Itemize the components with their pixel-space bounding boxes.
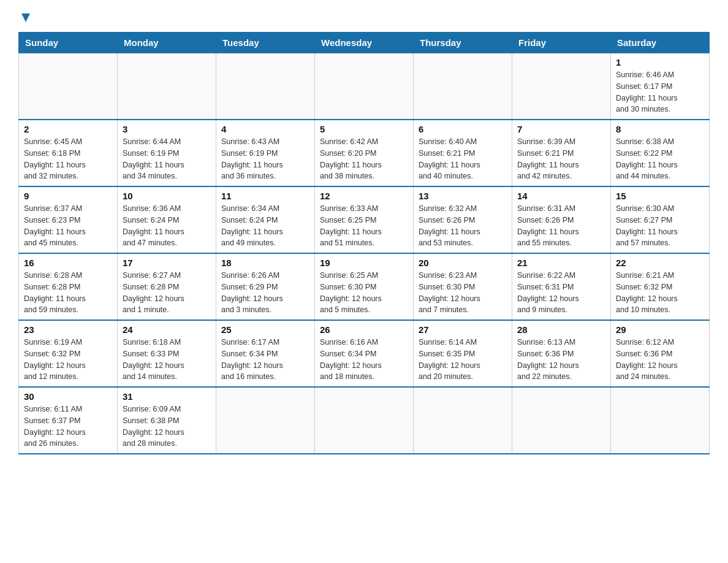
day-info: Sunrise: 6:45 AM Sunset: 6:18 PM Dayligh… (24, 136, 112, 182)
calendar-day-header: Saturday (611, 33, 710, 53)
calendar-table: SundayMondayTuesdayWednesdayThursdayFrid… (18, 32, 710, 454)
page-header (18, 12, 710, 26)
calendar-week-row: 30Sunrise: 6:11 AM Sunset: 6:37 PM Dayli… (19, 387, 710, 454)
calendar-day-cell (216, 387, 315, 454)
calendar-day-cell (512, 387, 611, 454)
day-info: Sunrise: 6:11 AM Sunset: 6:37 PM Dayligh… (24, 404, 112, 450)
day-number: 13 (419, 191, 507, 201)
day-info: Sunrise: 6:12 AM Sunset: 6:36 PM Dayligh… (616, 337, 704, 383)
calendar-day-header: Wednesday (315, 33, 414, 53)
day-info: Sunrise: 6:33 AM Sunset: 6:25 PM Dayligh… (320, 203, 408, 249)
day-info: Sunrise: 6:22 AM Sunset: 6:31 PM Dayligh… (517, 270, 605, 316)
day-number: 15 (616, 191, 704, 201)
calendar-day-header: Friday (512, 33, 611, 53)
calendar-day-header: Tuesday (216, 33, 315, 53)
day-info: Sunrise: 6:16 AM Sunset: 6:34 PM Dayligh… (320, 337, 408, 383)
calendar-day-cell: 8Sunrise: 6:38 AM Sunset: 6:22 PM Daylig… (611, 120, 710, 186)
day-info: Sunrise: 6:18 AM Sunset: 6:33 PM Dayligh… (123, 337, 211, 383)
calendar-day-cell: 28Sunrise: 6:13 AM Sunset: 6:36 PM Dayli… (512, 320, 611, 387)
calendar-day-cell: 2Sunrise: 6:45 AM Sunset: 6:18 PM Daylig… (19, 120, 118, 186)
calendar-header-row: SundayMondayTuesdayWednesdayThursdayFrid… (19, 33, 710, 53)
calendar-week-row: 16Sunrise: 6:28 AM Sunset: 6:28 PM Dayli… (19, 253, 710, 320)
day-number: 30 (24, 391, 112, 402)
day-info: Sunrise: 6:36 AM Sunset: 6:24 PM Dayligh… (123, 203, 211, 249)
day-number: 20 (419, 258, 507, 268)
calendar-day-cell: 1Sunrise: 6:46 AM Sunset: 6:17 PM Daylig… (611, 53, 710, 120)
calendar-day-cell: 16Sunrise: 6:28 AM Sunset: 6:28 PM Dayli… (19, 253, 118, 320)
calendar-day-cell (315, 387, 414, 454)
day-number: 26 (320, 324, 408, 335)
day-number: 31 (123, 391, 211, 402)
day-info: Sunrise: 6:40 AM Sunset: 6:21 PM Dayligh… (419, 136, 507, 182)
day-info: Sunrise: 6:38 AM Sunset: 6:22 PM Dayligh… (616, 136, 704, 182)
calendar-day-header: Sunday (19, 33, 118, 53)
day-info: Sunrise: 6:34 AM Sunset: 6:24 PM Dayligh… (221, 203, 309, 249)
calendar-day-cell: 6Sunrise: 6:40 AM Sunset: 6:21 PM Daylig… (414, 120, 512, 186)
calendar-day-cell (315, 53, 414, 120)
calendar-day-cell: 30Sunrise: 6:11 AM Sunset: 6:37 PM Dayli… (19, 387, 118, 454)
calendar-day-cell (414, 387, 512, 454)
day-number: 16 (24, 258, 112, 268)
calendar-day-cell: 7Sunrise: 6:39 AM Sunset: 6:21 PM Daylig… (512, 120, 611, 186)
calendar-day-cell: 20Sunrise: 6:23 AM Sunset: 6:30 PM Dayli… (414, 253, 512, 320)
calendar-day-cell: 25Sunrise: 6:17 AM Sunset: 6:34 PM Dayli… (216, 320, 315, 387)
calendar-day-cell: 3Sunrise: 6:44 AM Sunset: 6:19 PM Daylig… (118, 120, 216, 186)
calendar-day-cell: 13Sunrise: 6:32 AM Sunset: 6:26 PM Dayli… (414, 186, 512, 253)
calendar-day-cell: 15Sunrise: 6:30 AM Sunset: 6:27 PM Dayli… (611, 186, 710, 253)
calendar-day-cell: 9Sunrise: 6:37 AM Sunset: 6:23 PM Daylig… (19, 186, 118, 253)
day-number: 12 (320, 191, 408, 201)
day-number: 1 (616, 57, 704, 67)
day-info: Sunrise: 6:19 AM Sunset: 6:32 PM Dayligh… (24, 337, 112, 383)
day-info: Sunrise: 6:14 AM Sunset: 6:35 PM Dayligh… (419, 337, 507, 383)
calendar-day-cell: 12Sunrise: 6:33 AM Sunset: 6:25 PM Dayli… (315, 186, 414, 253)
day-info: Sunrise: 6:31 AM Sunset: 6:26 PM Dayligh… (517, 203, 605, 249)
day-info: Sunrise: 6:44 AM Sunset: 6:19 PM Dayligh… (123, 136, 211, 182)
calendar-day-header: Thursday (414, 33, 512, 53)
calendar-day-cell: 11Sunrise: 6:34 AM Sunset: 6:24 PM Dayli… (216, 186, 315, 253)
day-number: 29 (616, 324, 704, 335)
day-info: Sunrise: 6:37 AM Sunset: 6:23 PM Dayligh… (24, 203, 112, 249)
calendar-week-row: 23Sunrise: 6:19 AM Sunset: 6:32 PM Dayli… (19, 320, 710, 387)
calendar-day-cell: 31Sunrise: 6:09 AM Sunset: 6:38 PM Dayli… (118, 387, 216, 454)
calendar-week-row: 2Sunrise: 6:45 AM Sunset: 6:18 PM Daylig… (19, 120, 710, 186)
day-number: 23 (24, 324, 112, 335)
day-number: 14 (517, 191, 605, 201)
day-info: Sunrise: 6:09 AM Sunset: 6:38 PM Dayligh… (123, 404, 211, 450)
day-number: 21 (517, 258, 605, 268)
calendar-day-cell: 17Sunrise: 6:27 AM Sunset: 6:28 PM Dayli… (118, 253, 216, 320)
day-info: Sunrise: 6:27 AM Sunset: 6:28 PM Dayligh… (123, 270, 211, 316)
calendar-day-cell: 14Sunrise: 6:31 AM Sunset: 6:26 PM Dayli… (512, 186, 611, 253)
day-info: Sunrise: 6:39 AM Sunset: 6:21 PM Dayligh… (517, 136, 605, 182)
day-number: 22 (616, 258, 704, 268)
day-info: Sunrise: 6:26 AM Sunset: 6:29 PM Dayligh… (221, 270, 309, 316)
day-number: 19 (320, 258, 408, 268)
calendar-day-header: Monday (118, 33, 216, 53)
day-number: 8 (616, 124, 704, 134)
day-number: 18 (221, 258, 309, 268)
calendar-day-cell: 23Sunrise: 6:19 AM Sunset: 6:32 PM Dayli… (19, 320, 118, 387)
day-number: 9 (24, 191, 112, 201)
logo (18, 12, 31, 26)
calendar-day-cell: 26Sunrise: 6:16 AM Sunset: 6:34 PM Dayli… (315, 320, 414, 387)
day-info: Sunrise: 6:32 AM Sunset: 6:26 PM Dayligh… (419, 203, 507, 249)
calendar-day-cell (512, 53, 611, 120)
svg-marker-0 (21, 13, 30, 22)
day-info: Sunrise: 6:17 AM Sunset: 6:34 PM Dayligh… (221, 337, 309, 383)
calendar-day-cell: 5Sunrise: 6:42 AM Sunset: 6:20 PM Daylig… (315, 120, 414, 186)
calendar-day-cell (216, 53, 315, 120)
day-info: Sunrise: 6:42 AM Sunset: 6:20 PM Dayligh… (320, 136, 408, 182)
day-number: 2 (24, 124, 112, 134)
day-number: 4 (221, 124, 309, 134)
day-info: Sunrise: 6:43 AM Sunset: 6:19 PM Dayligh… (221, 136, 309, 182)
day-number: 7 (517, 124, 605, 134)
calendar-day-cell: 27Sunrise: 6:14 AM Sunset: 6:35 PM Dayli… (414, 320, 512, 387)
day-info: Sunrise: 6:28 AM Sunset: 6:28 PM Dayligh… (24, 270, 112, 316)
day-info: Sunrise: 6:23 AM Sunset: 6:30 PM Dayligh… (419, 270, 507, 316)
calendar-day-cell (611, 387, 710, 454)
calendar-week-row: 9Sunrise: 6:37 AM Sunset: 6:23 PM Daylig… (19, 186, 710, 253)
calendar-day-cell: 22Sunrise: 6:21 AM Sunset: 6:32 PM Dayli… (611, 253, 710, 320)
day-number: 27 (419, 324, 507, 335)
day-number: 28 (517, 324, 605, 335)
logo-triangle-icon (20, 12, 31, 26)
day-number: 24 (123, 324, 211, 335)
